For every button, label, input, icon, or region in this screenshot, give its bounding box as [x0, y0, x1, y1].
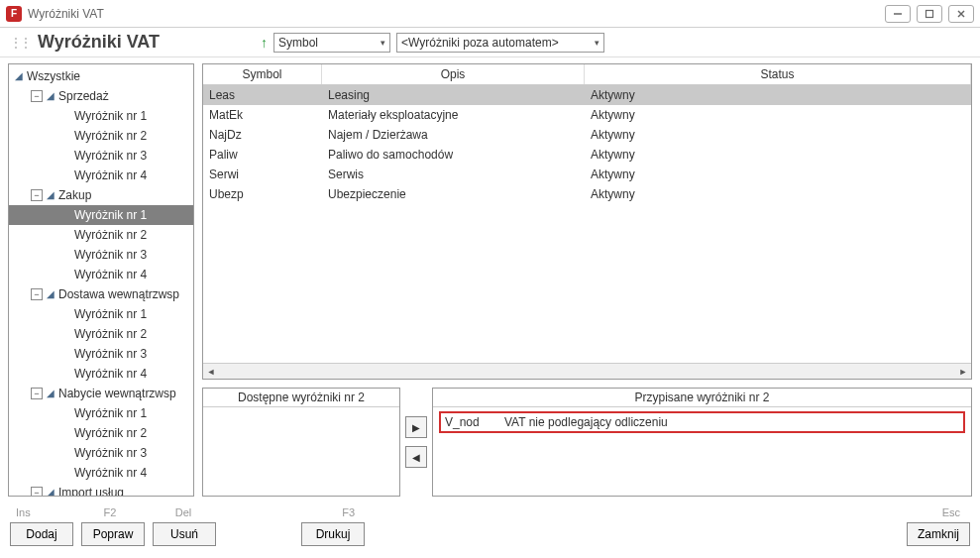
tree-item-label: Sprzedaż: [58, 89, 109, 103]
triangle-icon: ◢: [47, 487, 54, 498]
cell-desc: Ubezpieczenie: [322, 184, 585, 204]
cell-desc: Najem / Dzierżawa: [322, 125, 585, 145]
tree-item-label: Wyróżnik nr 2: [74, 327, 147, 341]
tree-item[interactable]: ◢Wszystkie: [9, 66, 193, 86]
tree-item[interactable]: Wyróżnik nr 3: [9, 443, 193, 463]
tree-item[interactable]: −◢Sprzedaż: [9, 86, 193, 106]
move-right-button[interactable]: ▶: [405, 416, 427, 438]
tree-item[interactable]: Wyróżnik nr 4: [9, 166, 193, 185]
tree-item[interactable]: Wyróżnik nr 4: [9, 364, 193, 384]
minimize-button[interactable]: [885, 5, 911, 23]
assigned-code: V_nod: [445, 415, 494, 429]
collapse-icon[interactable]: −: [31, 388, 43, 399]
triangle-icon: ◢: [47, 288, 54, 299]
tree-item[interactable]: Wyróżnik nr 2: [9, 126, 193, 146]
triangle-icon: ◢: [47, 90, 54, 101]
grid-header: Symbol Opis Status: [203, 64, 971, 85]
tree-item[interactable]: −◢Nabycie wewnątrzwsp: [9, 384, 193, 403]
tree-item[interactable]: −◢Zakup: [9, 185, 193, 205]
sort-ascending-icon[interactable]: ↑: [261, 35, 268, 51]
available-list[interactable]: Dostępne wyróżniki nr 2: [202, 388, 400, 497]
col-desc[interactable]: Opis: [322, 64, 585, 84]
cell-symbol: Ubezp: [203, 184, 322, 204]
cell-status: Aktywny: [585, 125, 971, 145]
assigned-item[interactable]: V_nodVAT nie podlegający odliczeniu: [439, 411, 965, 433]
cell-status: Aktywny: [585, 184, 971, 204]
cell-status: Aktywny: [585, 165, 971, 184]
tree-item-label: Wszystkie: [27, 69, 80, 83]
tree-item[interactable]: −◢Dostawa wewnątrzwsp: [9, 284, 193, 304]
window-title: Wyróżniki VAT: [28, 7, 879, 21]
tree-item[interactable]: Wyróżnik nr 4: [9, 463, 193, 483]
maximize-button[interactable]: [917, 5, 942, 23]
add-button[interactable]: Dodaj: [10, 522, 73, 546]
close-dialog-button[interactable]: Zamknij: [907, 522, 970, 546]
table-row[interactable]: MatEkMateriały eksploatacyjneAktywny: [203, 105, 971, 125]
col-status[interactable]: Status: [585, 64, 971, 84]
collapse-icon[interactable]: −: [31, 189, 43, 201]
tree-item[interactable]: Wyróżnik nr 3: [9, 245, 193, 265]
toolbar: ⋮⋮ Wyróżniki VAT ↑ Symbol ▾ <Wyróżniki p…: [0, 28, 980, 57]
assigned-header: Przypisane wyróżniki nr 2: [433, 389, 971, 407]
tree-item[interactable]: Wyróżnik nr 1: [9, 106, 193, 126]
collapse-icon[interactable]: −: [31, 90, 43, 102]
tree-item[interactable]: Wyróżnik nr 1: [9, 205, 193, 225]
scroll-left-icon[interactable]: ◄: [203, 364, 219, 380]
print-button[interactable]: Drukuj: [301, 522, 365, 546]
category-tree[interactable]: ◢Wszystkie−◢SprzedażWyróżnik nr 1Wyróżni…: [8, 63, 194, 497]
tree-item[interactable]: Wyróżnik nr 2: [9, 324, 193, 344]
tree-item-label: Wyróżnik nr 3: [74, 248, 147, 262]
tree-item[interactable]: Wyróżnik nr 1: [9, 304, 193, 324]
edit-button[interactable]: Popraw: [81, 522, 145, 546]
move-left-button[interactable]: ◀: [405, 446, 427, 468]
cell-symbol: Paliw: [203, 145, 322, 165]
cell-desc: Paliwo do samochodów: [322, 145, 585, 165]
cell-symbol: NajDz: [203, 125, 322, 145]
sort-field-select[interactable]: Symbol ▾: [273, 33, 390, 53]
tree-item-label: Wyróżnik nr 4: [74, 367, 147, 381]
table-row[interactable]: LeasLeasingAktywny: [203, 85, 971, 105]
table-row[interactable]: UbezpUbezpieczenieAktywny: [203, 184, 971, 204]
assigned-list[interactable]: Przypisane wyróżniki nr 2 V_nodVAT nie p…: [432, 388, 972, 497]
table-row[interactable]: PaliwPaliwo do samochodówAktywny: [203, 145, 971, 165]
tree-item-label: Dostawa wewnątrzwsp: [58, 287, 179, 301]
tree-item-label: Wyróżnik nr 3: [74, 347, 147, 361]
delete-button[interactable]: Usuń: [153, 522, 216, 546]
collapse-icon[interactable]: −: [31, 487, 43, 497]
tree-item[interactable]: −◢Import usług: [9, 483, 193, 497]
cell-symbol: MatEk: [203, 105, 322, 125]
tree-item-label: Wyróżnik nr 3: [74, 446, 147, 460]
grid-horizontal-scrollbar[interactable]: ◄ ►: [203, 363, 971, 379]
tree-item[interactable]: Wyróżnik nr 4: [9, 265, 193, 284]
tree-item[interactable]: Wyróżnik nr 2: [9, 423, 193, 443]
shortcut-del: Del: [149, 506, 218, 518]
cell-symbol: Leas: [203, 85, 322, 105]
tree-item[interactable]: Wyróżnik nr 3: [9, 146, 193, 166]
page-title: Wyróżniki VAT: [38, 32, 160, 53]
shortcut-ins: Ins: [10, 506, 71, 518]
filter-select[interactable]: <Wyróżniki poza automatem> ▾: [396, 33, 604, 53]
close-button[interactable]: [948, 5, 974, 23]
assigned-desc: VAT nie podlegający odliczeniu: [504, 415, 668, 429]
vat-grid[interactable]: Symbol Opis Status LeasLeasingAktywnyMat…: [202, 63, 972, 380]
svg-rect-1: [926, 10, 933, 17]
tree-item[interactable]: Wyróżnik nr 1: [9, 403, 193, 423]
table-row[interactable]: NajDzNajem / DzierżawaAktywny: [203, 125, 971, 145]
tree-item-label: Wyróżnik nr 1: [74, 307, 147, 321]
triangle-icon: ◢: [15, 70, 23, 81]
tree-item-label: Wyróżnik nr 2: [74, 228, 147, 242]
shortcut-f2: F2: [71, 506, 149, 518]
col-symbol[interactable]: Symbol: [203, 64, 322, 84]
collapse-icon[interactable]: −: [31, 288, 43, 300]
cell-desc: Materiały eksploatacyjne: [322, 105, 585, 125]
triangle-icon: ◢: [47, 388, 54, 398]
chevron-down-icon: ▾: [375, 38, 385, 48]
scroll-right-icon[interactable]: ►: [955, 364, 971, 380]
tree-item-label: Wyróżnik nr 3: [74, 149, 147, 163]
tree-item-label: Wyróżnik nr 4: [74, 268, 147, 281]
table-row[interactable]: SerwiSerwisAktywny: [203, 165, 971, 184]
tree-item[interactable]: Wyróżnik nr 3: [9, 344, 193, 364]
tree-item[interactable]: Wyróżnik nr 2: [9, 225, 193, 245]
triangle-icon: ◢: [47, 189, 54, 200]
dual-list: Dostępne wyróżniki nr 2 ▶ ◀ Przypisane w…: [202, 388, 972, 497]
